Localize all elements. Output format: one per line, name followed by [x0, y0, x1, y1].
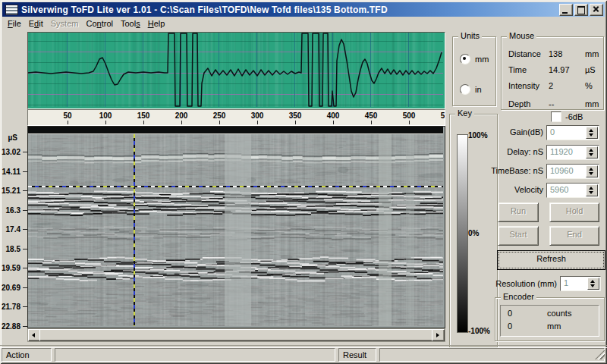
time-axis-unit: µS	[8, 133, 17, 142]
time-axis-label: 18.5	[6, 245, 20, 253]
mouse-row-intensity: Intensity2%	[508, 81, 600, 90]
ruler-label: 150	[137, 111, 150, 120]
spinner-buttons[interactable]	[586, 184, 598, 196]
ascan-waveform-canvas	[28, 33, 443, 107]
units-group: Units mmin	[452, 36, 496, 106]
encoder-panel: 0counts0mm	[500, 305, 599, 337]
ruler-label: 250	[213, 111, 226, 120]
menu-item-edit[interactable]: Edit	[27, 17, 49, 30]
ruler-label: 50	[63, 111, 71, 120]
ascan-plot[interactable]	[27, 32, 445, 109]
spin-value: 10960	[550, 166, 574, 175]
mouse-group: Mouse Distance138mmTime14.97µSIntensity2…	[501, 36, 604, 110]
spinbox-velocity[interactable]: 5960	[546, 183, 599, 198]
m-value: 2	[549, 81, 585, 90]
spinner-buttons[interactable]	[586, 146, 598, 158]
minus6db-checkbox[interactable]	[551, 111, 561, 122]
status-action-value	[55, 348, 335, 362]
horizontal-ruler: 50100150200250300350400450500550	[27, 109, 445, 126]
minimize-button[interactable]	[559, 4, 573, 16]
hold-button: Hold	[549, 202, 599, 222]
spinbox-gaindb[interactable]: 0	[546, 125, 599, 140]
m-unit: µS	[585, 65, 600, 74]
ruler-label: 200	[175, 111, 188, 120]
key-group-title: Key	[455, 108, 474, 118]
bscan-image[interactable]	[27, 126, 445, 328]
app-icon	[5, 5, 18, 15]
time-axis-label: 13.02	[2, 148, 20, 156]
time-axis-label: 16.3	[6, 206, 20, 215]
spinner-buttons[interactable]	[586, 127, 598, 139]
m-value: --	[549, 99, 585, 108]
scroll-right-button[interactable]	[432, 329, 445, 341]
m-label: Depth	[508, 99, 549, 108]
time-axis-label: 15.21	[2, 187, 20, 195]
menu-item-file[interactable]: File	[6, 17, 27, 30]
status-action-panel: Action	[2, 348, 52, 362]
horizontal-scrollbar[interactable]	[27, 328, 445, 342]
start-button: Start	[498, 226, 539, 246]
refresh-button[interactable]: Refresh	[497, 250, 605, 270]
minus6db-label: -6dB	[565, 112, 583, 121]
time-axis-label: 22.88	[2, 322, 20, 331]
end-button: End	[549, 226, 599, 246]
m-label: Distance	[508, 49, 549, 58]
caption-buttons	[559, 4, 603, 16]
ruler-label: 400	[327, 111, 340, 120]
m-unit: mm	[585, 49, 600, 58]
menu-item-help[interactable]: Help	[146, 17, 171, 30]
spinbox-delayns[interactable]: 11920	[546, 145, 599, 160]
radio-mm[interactable]	[460, 54, 470, 64]
maximize-button[interactable]	[574, 4, 588, 16]
encoder-value: 0	[508, 322, 547, 331]
resolution-spinner[interactable]	[587, 278, 599, 290]
spin-label: Delay: nS	[458, 147, 543, 156]
key-label: 0%	[468, 229, 479, 237]
time-axis-label: 21.78	[2, 303, 20, 311]
encoder-group: Encoder 0counts0mm	[495, 297, 605, 341]
time-axis-label: 20.69	[2, 284, 20, 292]
arrow-left-icon	[32, 333, 35, 337]
run-button: Run	[498, 202, 539, 222]
time-axis-label: 17.4	[6, 225, 20, 234]
menu-item-tools[interactable]: Tools	[119, 17, 146, 30]
spinner-buttons[interactable]	[586, 165, 598, 177]
spin-label: Gain(dB)	[458, 127, 543, 136]
maximize-icon	[577, 6, 585, 14]
radio-label: in	[475, 85, 482, 94]
scrollbar-thumb[interactable]	[39, 329, 433, 341]
window-title: Silverwing ToFD Lite ver 1.01 - C:\Scan …	[21, 5, 556, 15]
menu-bar: FileEditSystemControlToolsHelp	[2, 17, 605, 30]
bscan-image-canvas	[28, 127, 443, 326]
ruler-label: 350	[289, 111, 302, 120]
units-option-in[interactable]: in	[460, 84, 482, 95]
units-option-mm[interactable]: mm	[460, 54, 489, 64]
title-bar[interactable]: Silverwing ToFD Lite ver 1.01 - C:\Scan …	[2, 2, 605, 17]
menu-item-system: System	[49, 17, 85, 30]
key-gradient-bar	[457, 134, 468, 333]
time-axis: µS13.0214.1115.2116.317.418.519.5920.692…	[0, 126, 27, 332]
spinbox-timebasens[interactable]: 10960	[546, 164, 599, 179]
encoder-row: 0counts	[508, 309, 571, 318]
key-label: -100%	[468, 327, 490, 335]
ruler-label: 500	[403, 111, 416, 120]
m-value: 138	[549, 49, 585, 58]
encoder-row: 0mm	[508, 322, 561, 331]
resolution-spinbox[interactable]: 1	[560, 276, 601, 291]
encoder-unit: counts	[547, 309, 571, 318]
encoder-unit: mm	[547, 322, 561, 331]
mouse-row-time: Time14.97µS	[508, 65, 600, 74]
spin-label: Velocity	[458, 185, 543, 194]
mouse-group-title: Mouse	[507, 31, 536, 41]
m-unit: %	[585, 81, 600, 90]
time-axis-label: 19.59	[2, 264, 20, 272]
radio-in[interactable]	[460, 84, 470, 95]
ruler-label: 300	[251, 111, 264, 120]
ruler-label: 100	[99, 111, 112, 120]
ruler-label: 450	[365, 111, 378, 120]
menu-item-control[interactable]: Control	[84, 17, 119, 30]
close-button[interactable]	[590, 4, 603, 16]
time-axis-label: 14.11	[2, 168, 20, 176]
app-window: Silverwing ToFD Lite ver 1.01 - C:\Scan …	[0, 0, 607, 364]
spin-value: 5960	[550, 185, 568, 194]
